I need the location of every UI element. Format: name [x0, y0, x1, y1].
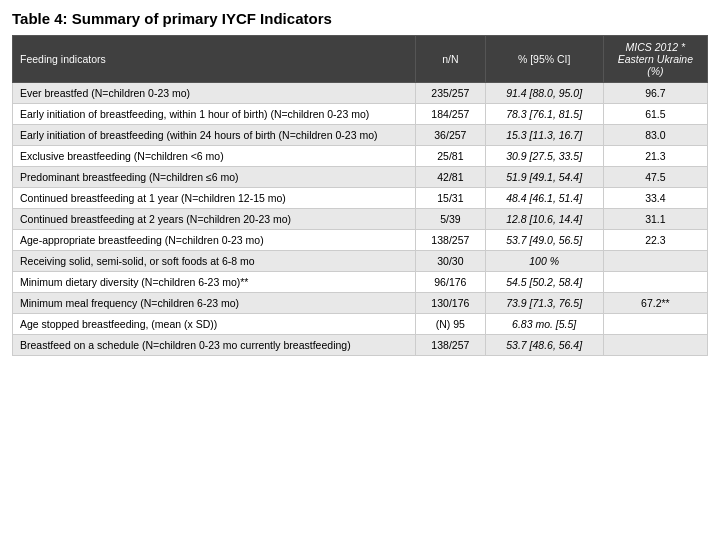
mics-cell: [603, 251, 707, 272]
indicator-cell: Minimum meal frequency (N=children 6-23 …: [13, 293, 416, 314]
ci-cell: 30.9 [27.5, 33.5]: [485, 146, 603, 167]
mics-cell: 31.1: [603, 209, 707, 230]
mics-cell: 47.5: [603, 167, 707, 188]
ci-cell: 15.3 [11.3, 16.7]: [485, 125, 603, 146]
indicator-cell: Predominant breastfeeding (N=children ≤6…: [13, 167, 416, 188]
mics-cell: 83.0: [603, 125, 707, 146]
mics-cell: [603, 335, 707, 356]
indicator-cell: Exclusive breastfeeding (N=children <6 m…: [13, 146, 416, 167]
iycf-table: Feeding indicators n/N % [95% CI] MICS 2…: [12, 35, 708, 356]
table-row: Predominant breastfeeding (N=children ≤6…: [13, 167, 708, 188]
table-row: Continued breastfeeding at 1 year (N=chi…: [13, 188, 708, 209]
indicator-cell: Age-appropriate breastfeeding (N=childre…: [13, 230, 416, 251]
table-row: Exclusive breastfeeding (N=children <6 m…: [13, 146, 708, 167]
ci-cell: 91.4 [88.0, 95.0]: [485, 83, 603, 104]
mics-cell: 33.4: [603, 188, 707, 209]
table-row: Age-appropriate breastfeeding (N=childre…: [13, 230, 708, 251]
indicator-cell: Continued breastfeeding at 2 years (N=ch…: [13, 209, 416, 230]
indicator-cell: Age stopped breastfeeding, (mean (x SD)): [13, 314, 416, 335]
indicator-cell: Early initiation of breastfeeding, withi…: [13, 104, 416, 125]
indicator-cell: Receiving solid, semi-solid, or soft foo…: [13, 251, 416, 272]
table-row: Minimum dietary diversity (N=children 6-…: [13, 272, 708, 293]
ci-cell: 54.5 [50.2, 58.4]: [485, 272, 603, 293]
table-row: Early initiation of breastfeeding, withi…: [13, 104, 708, 125]
mics-cell: 61.5: [603, 104, 707, 125]
n-cell: 15/31: [416, 188, 486, 209]
mics-cell: 21.3: [603, 146, 707, 167]
ci-cell: 53.7 [48.6, 56.4]: [485, 335, 603, 356]
n-cell: 130/176: [416, 293, 486, 314]
n-cell: 36/257: [416, 125, 486, 146]
n-cell: (N) 95: [416, 314, 486, 335]
indicator-cell: Early initiation of breastfeeding (withi…: [13, 125, 416, 146]
table-row: Breastfeed on a schedule (N=children 0-2…: [13, 335, 708, 356]
col-header-n: n/N: [416, 36, 486, 83]
table-row: Ever breastfed (N=children 0-23 mo)235/2…: [13, 83, 708, 104]
ci-cell: 78.3 [76.1, 81.5]: [485, 104, 603, 125]
n-cell: 25/81: [416, 146, 486, 167]
n-cell: 138/257: [416, 335, 486, 356]
n-cell: 42/81: [416, 167, 486, 188]
col-header-ci: % [95% CI]: [485, 36, 603, 83]
table-row: Minimum meal frequency (N=children 6-23 …: [13, 293, 708, 314]
table-row: Age stopped breastfeeding, (mean (x SD))…: [13, 314, 708, 335]
table-row: Continued breastfeeding at 2 years (N=ch…: [13, 209, 708, 230]
ci-cell: 73.9 [71.3, 76.5]: [485, 293, 603, 314]
col-header-mics: MICS 2012 * Eastern Ukraine (%): [603, 36, 707, 83]
ci-cell: 48.4 [46.1, 51.4]: [485, 188, 603, 209]
indicator-cell: Breastfeed on a schedule (N=children 0-2…: [13, 335, 416, 356]
n-cell: 235/257: [416, 83, 486, 104]
indicator-cell: Minimum dietary diversity (N=children 6-…: [13, 272, 416, 293]
mics-cell: [603, 314, 707, 335]
indicator-cell: Ever breastfed (N=children 0-23 mo): [13, 83, 416, 104]
table-row: Early initiation of breastfeeding (withi…: [13, 125, 708, 146]
col-header-indicator: Feeding indicators: [13, 36, 416, 83]
ci-cell: 53.7 [49.0, 56.5]: [485, 230, 603, 251]
n-cell: 96/176: [416, 272, 486, 293]
ci-cell: 12.8 [10.6, 14.4]: [485, 209, 603, 230]
indicator-cell: Continued breastfeeding at 1 year (N=chi…: [13, 188, 416, 209]
mics-cell: 96.7: [603, 83, 707, 104]
table-row: Receiving solid, semi-solid, or soft foo…: [13, 251, 708, 272]
n-cell: 138/257: [416, 230, 486, 251]
ci-cell: 51.9 [49.1, 54.4]: [485, 167, 603, 188]
mics-cell: [603, 272, 707, 293]
page-title: Table 4: Summary of primary IYCF Indicat…: [12, 10, 708, 27]
n-cell: 184/257: [416, 104, 486, 125]
mics-cell: 67.2**: [603, 293, 707, 314]
n-cell: 5/39: [416, 209, 486, 230]
n-cell: 30/30: [416, 251, 486, 272]
ci-cell: 100 %: [485, 251, 603, 272]
ci-cell: 6.83 mo. [5.5]: [485, 314, 603, 335]
mics-cell: 22.3: [603, 230, 707, 251]
